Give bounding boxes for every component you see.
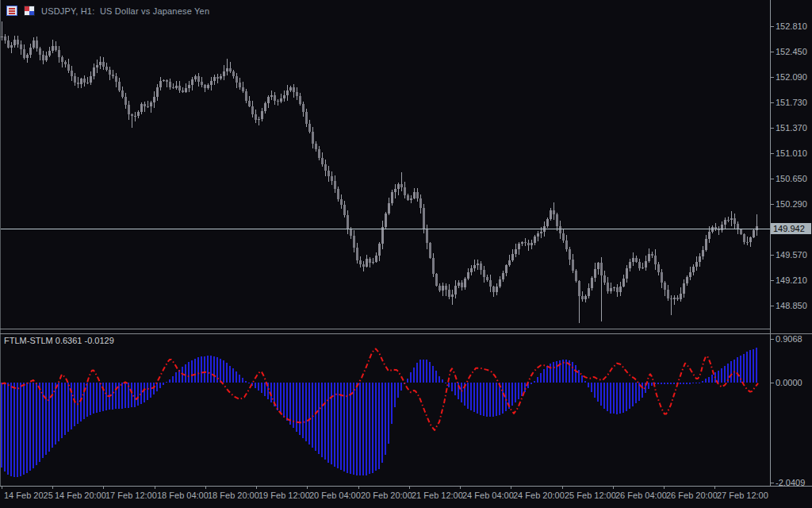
- price-tick: [770, 102, 774, 103]
- time-tick-label: 20 Feb 20:00: [361, 491, 412, 500]
- mt5-chart-window: USDJPY, H1: US Dollar vs Japanese Yen 15…: [0, 0, 812, 508]
- time-tick-label: 17 Feb 12:00: [105, 491, 157, 500]
- price-tick: [770, 128, 774, 129]
- price-tick: [770, 306, 774, 306]
- indicator-tick: [770, 483, 774, 483]
- time-tick: [52, 486, 53, 489]
- time-tick-label: 24 Feb 20:00: [513, 491, 565, 500]
- time-tick: [714, 486, 715, 489]
- time-tick: [409, 486, 410, 489]
- price-tick-label: 150.290: [776, 199, 807, 209]
- current-price-tag: 149.942: [771, 223, 811, 234]
- time-tick: [103, 486, 104, 489]
- time-tick: [205, 486, 206, 489]
- time-tick-label: 18 Feb 04:00: [157, 491, 209, 500]
- time-tick: [613, 486, 614, 489]
- indicator-label: FTLM-STLM 0.6361 -0.0129: [4, 336, 114, 345]
- price-tick-label: 152.450: [776, 47, 807, 56]
- price-tick: [770, 280, 774, 281]
- indicator-tick: [770, 339, 774, 340]
- time-tick-label: 26 Feb 04:00: [615, 491, 667, 500]
- price-tick: [770, 204, 774, 205]
- time-tick-label: 21 Feb 12:00: [412, 491, 463, 500]
- time-tick: [664, 486, 665, 489]
- indicator-tick-label: 0.0000: [776, 378, 802, 387]
- price-tick: [770, 153, 774, 154]
- symbol-title: USDJPY, H1: US Dollar vs Japanese Yen: [41, 6, 209, 16]
- price-tick-label: 151.370: [776, 123, 807, 133]
- time-tick: [256, 486, 257, 489]
- chart-flag-icon: [24, 6, 35, 16]
- price-tick: [770, 77, 774, 78]
- time-tick: [2, 486, 2, 489]
- time-tick-label: 14 Feb 2025: [4, 491, 53, 500]
- time-tick-label: 24 Feb 04:00: [462, 491, 514, 500]
- price-tick-label: 152.090: [776, 72, 807, 82]
- time-tick: [562, 486, 563, 489]
- main-pane-bottom-border: [0, 329, 770, 329]
- time-tick-label: 26 Feb 20:00: [666, 491, 718, 500]
- price-tick: [770, 255, 774, 256]
- time-tick: [511, 486, 511, 489]
- price-tick-label: 152.810: [776, 21, 807, 31]
- time-tick-label: 18 Feb 20:00: [208, 491, 259, 500]
- time-axis-border: [0, 486, 812, 487]
- price-tick-label: 151.010: [776, 148, 807, 158]
- price-tick-label: 150.650: [776, 174, 807, 183]
- time-tick-label: 25 Feb 12:00: [565, 491, 616, 500]
- price-tick-label: 148.850: [776, 301, 807, 310]
- time-tick: [307, 486, 308, 489]
- chart-header: USDJPY, H1: US Dollar vs Japanese Yen: [6, 6, 209, 16]
- price-tick-label: 151.730: [776, 98, 807, 107]
- price-tick: [770, 26, 774, 27]
- indicator-tick-label: -2.0409: [776, 478, 805, 487]
- chart-book-icon: [6, 6, 17, 16]
- time-tick: [358, 486, 359, 489]
- time-tick-label: 14 Feb 20:00: [55, 491, 106, 500]
- time-tick-label: 20 Feb 04:00: [309, 491, 361, 500]
- ftlm-stlm-indicator[interactable]: [0, 334, 770, 486]
- price-tick: [770, 52, 774, 52]
- price-tick-label: 149.570: [776, 250, 807, 260]
- price-tick-label: 149.210: [776, 275, 807, 285]
- time-tick-label: 27 Feb 12:00: [717, 491, 768, 500]
- indicator-tick-label: 0.9068: [776, 334, 802, 344]
- time-tick-label: 19 Feb 12:00: [259, 491, 310, 500]
- indicator-tick: [770, 383, 774, 383]
- price-tick: [770, 179, 774, 179]
- time-tick: [155, 486, 155, 489]
- time-tick: [460, 486, 461, 489]
- price-scale-border: [770, 0, 771, 486]
- candlestick-chart[interactable]: [0, 0, 770, 329]
